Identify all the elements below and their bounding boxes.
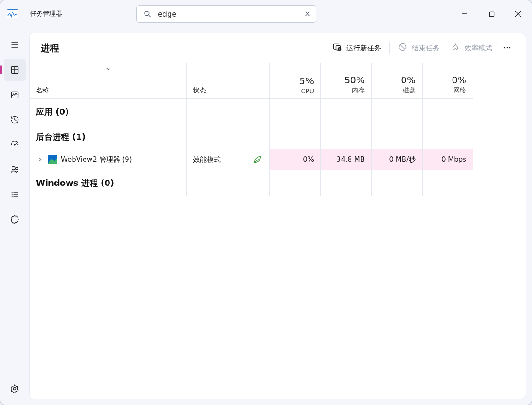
svg-line-33: [400, 45, 405, 49]
new-task-icon: [332, 43, 342, 54]
app-icon: [6, 9, 19, 19]
process-name: WebView2 管理器 (9): [61, 155, 132, 164]
more-options-button[interactable]: [498, 39, 516, 57]
network-label: 网络: [453, 86, 466, 95]
network-usage-value: 0%: [452, 74, 466, 86]
end-task-label: 结束任务: [412, 44, 440, 53]
memory-usage-value: 50%: [345, 74, 365, 86]
end-task-icon: [398, 43, 407, 54]
svg-point-26: [14, 388, 16, 390]
sidebar-item-services[interactable]: [4, 209, 26, 231]
column-header-name-label: 名称: [36, 86, 49, 95]
process-disk: 0 MB/秒: [371, 149, 422, 170]
minimize-button[interactable]: [451, 0, 478, 27]
end-task-button: 结束任务: [393, 39, 445, 57]
sidebar-item-app-history[interactable]: [4, 109, 26, 131]
process-cpu: 0%: [270, 149, 320, 170]
group-background[interactable]: 后台进程 (1): [30, 125, 187, 149]
search-box[interactable]: [136, 5, 316, 23]
svg-line-2: [149, 15, 151, 17]
sidebar: [0, 27, 29, 405]
column-header-cpu[interactable]: 5% CPU: [270, 63, 320, 99]
titlebar: 任务管理器: [0, 0, 532, 27]
svg-point-19: [16, 167, 18, 170]
task-manager-window: 任务管理器: [0, 0, 532, 405]
efficiency-mode-button: 效率模式: [445, 39, 498, 57]
efficiency-label: 效率模式: [465, 44, 492, 53]
process-icon: [48, 155, 57, 164]
group-windows[interactable]: Windows 进程 (0): [30, 170, 187, 196]
column-header-status-label: 状态: [193, 86, 206, 95]
svg-point-36: [509, 47, 511, 48]
efficiency-icon: [451, 43, 460, 54]
hamburger-menu-button[interactable]: [4, 34, 26, 56]
svg-rect-0: [7, 10, 18, 18]
process-memory: 34.8 MB: [320, 149, 371, 170]
app-title: 任务管理器: [30, 10, 62, 18]
disk-label: 磁盘: [403, 86, 416, 95]
sidebar-item-performance[interactable]: [4, 84, 26, 106]
cpu-label: CPU: [301, 87, 314, 95]
column-header-memory[interactable]: 50% 内存: [320, 63, 371, 99]
new-task-label: 运行新任务: [346, 44, 381, 53]
toolbar-divider: [389, 42, 390, 54]
close-button[interactable]: [505, 0, 532, 27]
process-status: 效能模式: [193, 155, 221, 164]
svg-point-1: [145, 11, 149, 16]
main-panel: 进程 运行新任务 结束任务: [29, 33, 526, 399]
toolbar: 进程 运行新任务 结束任务: [30, 33, 526, 63]
svg-point-17: [14, 144, 15, 145]
column-header-name[interactable]: 名称: [30, 63, 187, 99]
cpu-usage-value: 5%: [299, 75, 314, 86]
sidebar-item-processes[interactable]: [4, 59, 26, 81]
sidebar-item-details[interactable]: [4, 184, 26, 206]
process-table: 名称 状态 5% CPU 50% 内存 0% 磁盘: [30, 63, 526, 196]
expand-icon[interactable]: [36, 156, 44, 163]
svg-point-24: [12, 196, 12, 197]
svg-point-35: [507, 47, 508, 48]
disk-usage-value: 0%: [401, 74, 416, 86]
sidebar-item-users[interactable]: [4, 159, 26, 181]
maximize-button[interactable]: [478, 0, 505, 27]
column-header-network[interactable]: 0% 网络: [422, 63, 473, 99]
sidebar-item-startup[interactable]: [4, 134, 26, 156]
search-icon: [143, 10, 151, 18]
window-controls: [451, 0, 532, 27]
sidebar-item-settings[interactable]: [4, 378, 26, 400]
process-network: 0 Mbps: [422, 149, 473, 170]
new-task-button[interactable]: 运行新任务: [327, 39, 387, 57]
group-apps[interactable]: 应用 (0): [30, 99, 187, 125]
svg-point-22: [12, 194, 12, 195]
search-input[interactable]: [158, 10, 304, 18]
column-header-status[interactable]: 状态: [187, 63, 270, 99]
svg-rect-6: [489, 12, 494, 16]
clear-search-icon[interactable]: [304, 10, 311, 18]
memory-label: 内存: [352, 86, 365, 95]
content: 进程 运行新任务 结束任务: [0, 27, 532, 405]
svg-point-18: [12, 166, 15, 170]
column-header-disk[interactable]: 0% 磁盘: [371, 63, 422, 99]
page-title: 进程: [41, 42, 59, 55]
sort-indicator-icon: [105, 66, 111, 74]
svg-point-20: [12, 192, 12, 193]
leaf-icon: [253, 154, 263, 165]
svg-point-34: [504, 47, 505, 48]
